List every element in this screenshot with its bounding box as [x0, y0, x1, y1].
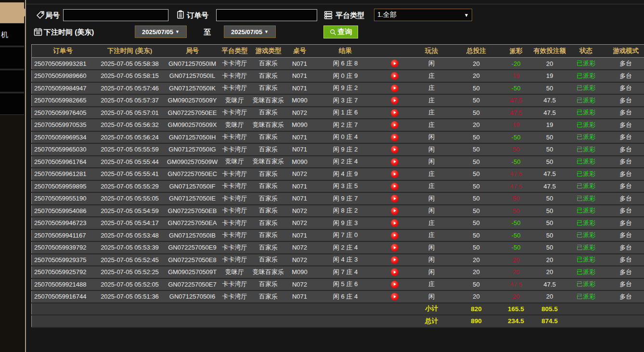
replay-play-icon[interactable]	[391, 195, 399, 202]
replay-play-icon[interactable]	[391, 134, 399, 141]
round-number-cell: GN072257050E7	[166, 278, 219, 291]
replay-play-icon[interactable]	[391, 244, 399, 251]
play-type-cell: 闲	[411, 192, 452, 205]
round-number-cell: GN071257050IG	[166, 143, 219, 156]
platform-cell: 竞咪厅	[219, 156, 250, 168]
round-number-cell: GN072257050EE	[166, 107, 219, 119]
tag-icon	[36, 11, 45, 19]
status-cell: 已派彩	[568, 229, 605, 242]
replay-play-icon[interactable]	[391, 97, 399, 104]
col-table-no: 桌号	[287, 45, 313, 58]
sidebar-item-4[interactable]	[0, 93, 24, 115]
status-cell: 已派彩	[568, 143, 605, 156]
status-cell: 已派彩	[568, 131, 605, 144]
table-row: 250705059976405 2025-07-05 05:57:01 GN07…	[32, 107, 644, 119]
bet-time-cell: 2025-07-05 05:55:41	[94, 168, 166, 180]
platform-type-select[interactable]: 1.全部 ▼	[374, 9, 472, 21]
payout-cell: -50	[501, 82, 532, 95]
replay-play-icon[interactable]	[391, 121, 399, 129]
replay-cell	[378, 266, 411, 278]
result-cell: 闲 9 庄 3	[313, 217, 378, 229]
order-number-cell: 250705059925792	[32, 266, 94, 278]
round-number-cell: GN072257050EA	[166, 217, 219, 229]
replay-play-icon[interactable]	[391, 109, 399, 117]
status-cell: 已派彩	[568, 156, 605, 168]
col-platform: 平台类型	[219, 45, 250, 58]
platform-cell: 卡卡湾厅	[219, 205, 250, 217]
status-cell: 已派彩	[568, 107, 605, 119]
platform-cell: 卡卡湾厅	[219, 131, 250, 144]
total-bet-cell: 50	[452, 180, 501, 193]
round-number-cell: GN071257050IB	[166, 229, 219, 242]
game-type-cell: 百家乐	[250, 205, 287, 217]
status-cell: 已派彩	[568, 254, 605, 266]
total-bet-cell: 50	[452, 229, 501, 242]
total-bet-cell: 50	[452, 278, 501, 291]
sidebar-active-tab[interactable]	[0, 2, 24, 23]
status-cell: 已派彩	[568, 266, 605, 278]
replay-play-icon[interactable]	[391, 256, 399, 264]
replay-cell	[378, 143, 411, 156]
table-number-cell: N072	[287, 217, 313, 229]
col-valid-bet: 有效投注额	[532, 45, 568, 58]
dialog-top-border	[26, 4, 644, 4]
table-number-cell: N072	[287, 278, 313, 291]
payout-cell: 47.5	[501, 168, 532, 180]
table-number-cell: N071	[287, 180, 313, 193]
replay-play-icon[interactable]	[391, 207, 399, 215]
order-number-cell: 250705059955190	[32, 192, 94, 205]
round-number-cell: GM0902570509Y	[166, 94, 219, 107]
sidebar-item-machine[interactable]: 机	[0, 23, 24, 46]
replay-play-icon[interactable]	[391, 268, 399, 276]
total-bet-cell: 20	[452, 266, 501, 278]
date-from-select[interactable]: 2025/07/05 ▼	[135, 25, 187, 38]
date-to-select[interactable]: 2025/07/05 ▼	[224, 25, 276, 38]
replay-play-icon[interactable]	[391, 170, 399, 178]
total-bet-cell: 20	[452, 254, 501, 266]
game-mode-cell: 多台	[605, 119, 644, 131]
table-number-cell: M090	[287, 94, 313, 107]
replay-cell	[378, 82, 411, 95]
col-play: 玩法	[411, 45, 452, 58]
result-cell: 闲 0 庄 4	[313, 131, 378, 144]
result-cell: 闲 2 庄 7	[313, 119, 378, 131]
valid-bet-cell: 19	[532, 119, 568, 131]
replay-cell	[378, 192, 411, 205]
game-mode-cell: 多台	[605, 70, 644, 82]
order-number-cell: 250705059982665	[32, 94, 94, 107]
payout-cell: 20	[501, 266, 532, 278]
sidebar-item-2[interactable]	[0, 47, 24, 69]
table-row: 250705059982665 2025-07-05 05:57:37 GM09…	[32, 94, 644, 107]
total-bet-cell: 50	[452, 217, 501, 229]
replay-play-icon[interactable]	[391, 146, 399, 153]
replay-play-icon[interactable]	[391, 219, 399, 227]
replay-play-icon[interactable]	[391, 72, 399, 80]
replay-play-icon[interactable]	[391, 232, 399, 239]
replay-cell	[378, 131, 411, 144]
game-type-cell: 竞咪百家乐	[250, 156, 287, 168]
table-number-cell: M090	[287, 119, 313, 131]
order-number-cell: 250705059946723	[32, 217, 94, 229]
game-mode-cell: 多台	[605, 192, 644, 205]
subtotal-payout: 165.5	[501, 303, 532, 315]
game-mode-cell: 多台	[605, 205, 644, 217]
replay-cell	[378, 229, 411, 242]
round-number-input[interactable]	[63, 9, 168, 21]
result-cell: 闲 0 庄 9	[313, 70, 378, 82]
search-button[interactable]: 查询	[323, 25, 358, 38]
replay-play-icon[interactable]	[391, 293, 399, 301]
replay-play-icon[interactable]	[391, 60, 399, 67]
bet-time-cell: 2025-07-05 05:56:32	[94, 119, 166, 131]
sidebar-item-3[interactable]	[0, 70, 24, 92]
result-cell: 闲 9 庄 7	[313, 192, 378, 205]
replay-play-icon[interactable]	[391, 183, 399, 190]
game-type-cell: 百家乐	[250, 131, 287, 144]
table-row: 250705059955190 2025-07-05 05:55:05 GN07…	[32, 192, 644, 205]
payout-cell: 50	[501, 205, 532, 217]
order-number-input[interactable]	[216, 9, 317, 21]
replay-play-icon[interactable]	[391, 85, 399, 92]
replay-play-icon[interactable]	[391, 158, 399, 166]
status-cell: 已派彩	[568, 205, 605, 217]
replay-play-icon[interactable]	[391, 281, 399, 289]
table-number-cell: N071	[287, 58, 313, 70]
